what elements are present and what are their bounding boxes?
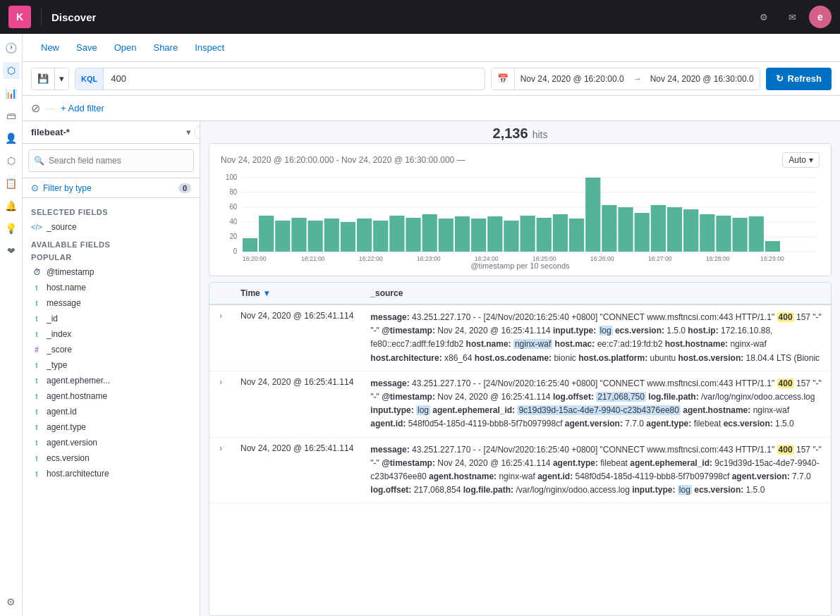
svg-rect-14 — [275, 221, 290, 252]
new-button[interactable]: New — [34, 39, 66, 56]
kql-badge[interactable]: KQL — [75, 68, 104, 90]
nav-icon-7[interactable]: 📋 — [3, 175, 20, 192]
sidebar-fields: Selected fields </> _source Available fi… — [23, 198, 200, 616]
field-score[interactable]: # _score — [23, 342, 200, 357]
time-col-header[interactable]: Time ▾ — [232, 283, 362, 304]
settings-icon-btn[interactable]: ⚙ — [753, 6, 775, 28]
save-btn-group: 💾 ▾ — [31, 68, 69, 90]
svg-text:16:29:00: 16:29:00 — [760, 255, 784, 262]
field-type-icon-ev: t — [31, 452, 42, 464]
field-timestamp[interactable]: ⏱ @timestamp — [23, 264, 200, 280]
share-button[interactable]: Share — [146, 39, 185, 56]
svg-text:16:21:00: 16:21:00 — [301, 255, 325, 262]
open-button[interactable]: Open — [107, 39, 144, 56]
query-input[interactable]: 400 — [104, 73, 484, 84]
nav-icon-5[interactable]: 👤 — [3, 130, 20, 147]
filter-icon[interactable]: ⊘ — [31, 101, 40, 115]
field-agent-type[interactable]: t agent.type — [23, 419, 200, 435]
mail-icon-btn[interactable]: ✉ — [781, 6, 803, 28]
nav-icon-8[interactable]: 🔔 — [3, 197, 20, 214]
row-expand-1[interactable]: › — [218, 309, 224, 322]
user-avatar[interactable]: e — [809, 6, 832, 28]
inspect-button[interactable]: Inspect — [188, 39, 231, 56]
nav-icon-4[interactable]: 🗃 — [3, 107, 20, 124]
field-type-icon-msg: t — [31, 297, 42, 309]
nav-icon-6[interactable]: ⬡ — [3, 152, 20, 169]
field-id[interactable]: t _id — [23, 311, 200, 326]
svg-rect-17 — [324, 218, 339, 252]
field-type-icon-type: t — [31, 359, 42, 371]
available-fields-title: Available fields — [23, 235, 200, 252]
row-expand-3[interactable]: › — [218, 442, 224, 455]
filter-by-type-row[interactable]: ⊙ Filter by type 0 — [23, 178, 200, 198]
field-type-icon-ah: t — [31, 390, 42, 402]
query-bar: 💾 ▾ KQL 400 📅 Nov 24, 2020 @ 16:20:00.0 … — [23, 62, 840, 96]
save-caret[interactable]: ▾ — [55, 68, 68, 90]
field-ecs-version[interactable]: t ecs.version — [23, 450, 200, 466]
field-name-id: _id — [47, 314, 58, 324]
svg-rect-36 — [635, 213, 650, 252]
nav-icon-10[interactable]: ❤ — [3, 242, 20, 259]
field-type-icon-ts: ⏱ — [31, 266, 42, 278]
svg-text:80: 80 — [229, 188, 237, 196]
time-arrow: → — [630, 73, 645, 84]
main-content: 2,136 hits Nov 24, 2020 @ 16:20:00.000 -… — [200, 121, 840, 616]
search-field-input[interactable] — [28, 149, 194, 172]
field-source[interactable]: </> _source — [23, 219, 200, 235]
auto-label: Auto — [789, 155, 806, 165]
field-type-icon-at: t — [31, 421, 42, 433]
field-name-at: agent.type — [47, 422, 86, 432]
save-button[interactable]: Save — [69, 39, 104, 56]
svg-text:100: 100 — [226, 173, 238, 181]
field-index[interactable]: t _index — [23, 326, 200, 342]
hits-count: 2,136 — [493, 125, 528, 142]
nav-icon-9[interactable]: 💡 — [3, 220, 20, 237]
auto-interval-select[interactable]: Auto ▾ — [782, 152, 820, 168]
nav-icon-settings[interactable]: ⚙ — [3, 593, 20, 610]
sidebar-collapse-button[interactable]: ‹ — [194, 125, 200, 140]
time-cell-3: Nov 24, 2020 @ 16:25:41.114 — [232, 437, 362, 503]
svg-rect-35 — [618, 207, 633, 252]
svg-text:16:22:00: 16:22:00 — [359, 255, 383, 262]
field-agent-ephemeral[interactable]: t agent.ephemer... — [23, 373, 200, 388]
svg-text:0: 0 — [233, 247, 238, 255]
field-agent-id[interactable]: t agent.id — [23, 404, 200, 419]
refresh-button[interactable]: ↻ Refresh — [766, 68, 832, 90]
results-table: Time ▾ _source › Nov 24, 2020 @ 16:25:41… — [209, 283, 831, 503]
svg-text:16:26:00: 16:26:00 — [590, 255, 614, 262]
refresh-icon: ↻ — [776, 73, 784, 84]
svg-rect-19 — [357, 218, 372, 252]
field-type-icon-ae: t — [31, 375, 42, 386]
add-filter-button[interactable]: + Add filter — [61, 103, 104, 113]
nav-discover-icon[interactable]: ⬡ — [3, 62, 20, 79]
field-host-arch[interactable]: t host.architecture — [23, 466, 200, 481]
svg-rect-20 — [373, 221, 388, 252]
app-title: Discover — [51, 11, 96, 23]
time-range-group[interactable]: 📅 Nov 24, 2020 @ 16:20:00.0 → Nov 24, 20… — [491, 68, 760, 90]
nav-icon-3[interactable]: 📊 — [3, 85, 20, 101]
row-expand-2[interactable]: › — [218, 376, 224, 388]
field-name-score: _score — [47, 345, 72, 355]
svg-rect-34 — [602, 205, 616, 252]
svg-text:40: 40 — [229, 218, 237, 226]
field-agent-hostname[interactable]: t agent.hostname — [23, 388, 200, 404]
nav-icon-1[interactable]: 🕐 — [3, 39, 20, 56]
filter-bar: ⊘ — + Add filter — [23, 96, 840, 121]
svg-rect-28 — [504, 221, 518, 252]
svg-rect-38 — [667, 207, 682, 252]
field-name-type: _type — [47, 360, 67, 370]
svg-rect-40 — [700, 214, 714, 252]
field-name-idx: _index — [47, 329, 71, 339]
field-hostname[interactable]: t host.name — [23, 280, 200, 295]
field-message[interactable]: t message — [23, 295, 200, 311]
svg-rect-41 — [716, 216, 731, 252]
source-cell-1: message: 43.251.227.170 - - [24/Nov/2020… — [362, 304, 831, 371]
svg-text:60: 60 — [229, 203, 237, 211]
field-agent-version[interactable]: t agent.version — [23, 435, 200, 450]
source-col-header: _source — [362, 283, 831, 304]
save-icon[interactable]: 💾 — [32, 68, 55, 90]
field-type[interactable]: t _type — [23, 357, 200, 373]
index-pattern-caret[interactable]: ▾ — [186, 127, 191, 137]
svg-rect-42 — [733, 218, 748, 252]
svg-rect-27 — [487, 216, 502, 252]
